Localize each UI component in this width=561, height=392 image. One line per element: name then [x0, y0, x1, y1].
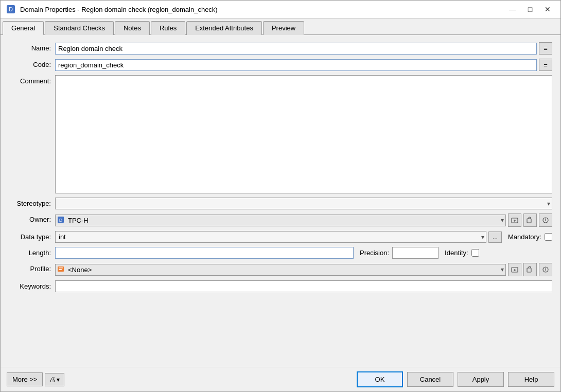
datatype-dots-button[interactable]: ... — [488, 231, 502, 243]
profile-row: Profile: <None> ▾ — [9, 263, 552, 276]
datatype-select-wrap: int ▾ — [55, 231, 486, 243]
datatype-label: Data type: — [9, 231, 55, 241]
stereotype-row: Stereotype: ▾ — [9, 198, 552, 209]
identity-checkbox[interactable] — [471, 249, 479, 257]
owner-select[interactable]: TPC-H — [55, 215, 506, 226]
mandatory-group: Mandatory: — [508, 233, 552, 241]
datatype-row: Data type: int ▾ ... Mandatory: — [9, 231, 552, 243]
name-row: Name: = — [9, 42, 552, 55]
main-window: D Domain Properties - Region domain chec… — [0, 0, 561, 392]
length-label: Length: — [9, 247, 55, 257]
datatype-control-wrap: int ▾ ... Mandatory: — [55, 231, 552, 243]
stereotype-control-wrap: ▾ — [55, 198, 552, 209]
length-row: Length: Precision: Identity: — [9, 247, 552, 259]
tab-extended-attributes[interactable]: Extended Attributes — [186, 21, 262, 35]
datatype-select[interactable]: int — [55, 231, 486, 243]
maximize-button[interactable]: □ — [522, 4, 538, 15]
form-content: Name: = Code: = Comment: Stereotype: — [1, 35, 560, 367]
ok-button[interactable]: OK — [357, 371, 403, 387]
profile-control-wrap: <None> ▾ — [55, 263, 552, 276]
more-button[interactable]: More >> — [7, 372, 43, 386]
stereotype-select[interactable] — [55, 198, 552, 209]
bottom-left: More >> 🖨 ▾ — [7, 372, 64, 386]
svg-rect-7 — [527, 219, 531, 223]
code-input[interactable] — [55, 59, 537, 71]
profile-label: Profile: — [9, 263, 55, 273]
tab-standard-checks[interactable]: Standard Checks — [45, 21, 114, 35]
svg-rect-17 — [527, 268, 531, 272]
name-label: Name: — [9, 42, 55, 52]
help-button[interactable]: Help — [508, 372, 554, 387]
length-control-wrap: Precision: Identity: — [55, 247, 552, 259]
precision-label: Precision: — [360, 249, 389, 257]
name-control-wrap: = — [55, 42, 552, 55]
mandatory-label: Mandatory: — [508, 233, 541, 241]
new-icon — [511, 217, 518, 224]
print-dropdown-icon: ▾ — [57, 376, 60, 383]
profile-select[interactable]: <None> — [55, 264, 506, 276]
owner-label: Owner: — [9, 213, 55, 223]
profile-new-icon — [511, 266, 518, 273]
name-eq-button[interactable]: = — [539, 42, 552, 55]
window-controls: — □ ✕ — [505, 4, 555, 15]
identity-label: Identity: — [445, 249, 468, 257]
owner-browse-button[interactable] — [523, 213, 537, 227]
owner-select-wrap: TPC-H D ▾ — [55, 215, 506, 226]
owner-properties-button[interactable] — [539, 213, 552, 227]
length-input[interactable] — [55, 247, 354, 259]
tab-notes[interactable]: Notes — [115, 21, 150, 35]
cancel-button[interactable]: Cancel — [407, 372, 453, 387]
keywords-row: Keywords: — [9, 280, 552, 292]
close-button[interactable]: ✕ — [540, 4, 555, 15]
owner-control-wrap: TPC-H D ▾ — [55, 213, 552, 227]
printer-icon: 🖨 — [49, 376, 56, 383]
tab-preview[interactable]: Preview — [263, 21, 304, 35]
profile-select-wrap: <None> ▾ — [55, 264, 506, 276]
svg-point-20 — [545, 268, 546, 268]
profile-browse-icon — [527, 266, 534, 273]
tab-general[interactable]: General — [3, 21, 44, 35]
tab-bar: General Standard Checks Notes Rules Exte… — [1, 19, 560, 35]
window-icon: D — [6, 4, 16, 14]
bottom-right: OK Cancel Apply Help — [357, 371, 554, 387]
owner-new-button[interactable] — [508, 213, 521, 227]
code-control-wrap: = — [55, 59, 552, 71]
svg-text:D: D — [9, 6, 13, 12]
comment-label: Comment: — [9, 75, 55, 85]
print-button[interactable]: 🖨 ▾ — [45, 373, 64, 386]
code-label: Code: — [9, 59, 55, 68]
svg-point-10 — [545, 218, 546, 219]
properties-icon — [542, 217, 549, 224]
keywords-label: Keywords: — [9, 280, 55, 290]
comment-row: Comment: — [9, 75, 552, 193]
keywords-input[interactable] — [55, 280, 552, 292]
profile-properties-icon — [542, 266, 549, 273]
minimize-button[interactable]: — — [505, 4, 520, 15]
apply-button[interactable]: Apply — [458, 372, 504, 387]
code-row: Code: = — [9, 59, 552, 71]
comment-textarea[interactable] — [55, 75, 552, 193]
code-eq-button[interactable]: = — [539, 59, 552, 71]
profile-properties-button[interactable] — [539, 263, 552, 276]
title-bar: D Domain Properties - Region domain chec… — [1, 1, 560, 19]
mandatory-checkbox[interactable] — [545, 233, 552, 241]
stereotype-label: Stereotype: — [9, 198, 55, 207]
owner-row: Owner: TPC-H D ▾ — [9, 213, 552, 227]
keywords-control-wrap — [55, 280, 552, 292]
stereotype-select-wrap: ▾ — [55, 198, 552, 209]
window-title: Domain Properties - Region domain check … — [20, 6, 505, 13]
precision-input[interactable] — [392, 247, 439, 259]
profile-new-button[interactable] — [508, 263, 521, 276]
bottom-bar: More >> 🖨 ▾ OK Cancel Apply Help — [1, 367, 560, 391]
browse-icon — [527, 217, 534, 224]
tab-rules[interactable]: Rules — [151, 21, 185, 35]
profile-browse-button[interactable] — [523, 263, 537, 276]
name-input[interactable] — [55, 43, 537, 55]
